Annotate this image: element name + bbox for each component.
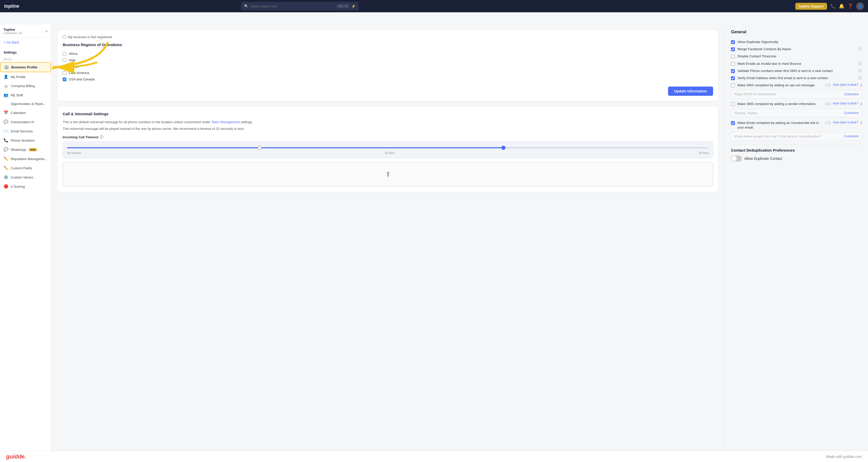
slider-thumb-start[interactable] xyxy=(257,146,262,150)
update-information-button[interactable]: Update Information xyxy=(668,87,713,96)
business-registration-card: My business is Not registered Business R… xyxy=(57,30,718,101)
mark-email-info-icon: ⓘ xyxy=(859,61,862,66)
app-logo: topline xyxy=(4,4,19,9)
team-management-link[interactable]: Team Management xyxy=(211,120,240,124)
sms-optout-label: Make SMS compliant by adding an opt out … xyxy=(737,83,823,88)
top-nav: topline 🔍 Ctrl + K ⚡ topline Support 📞 🔔… xyxy=(0,0,868,12)
sidebar-item-calendars[interactable]: 📅 Calendars xyxy=(0,108,51,117)
footer-text: Made with guidde.com xyxy=(826,455,862,459)
email-unsub-close-paren: ) xyxy=(861,121,862,124)
sidebar-item-whatsapp[interactable]: 💬 WhatsApp beta xyxy=(0,145,51,154)
email-unsub-customize[interactable]: Customize xyxy=(844,134,859,138)
phone-icon[interactable]: 📞 xyxy=(830,3,836,9)
sms-optout-how-link[interactable]: How does it work? xyxy=(833,83,858,87)
region-usa-canada-checkbox[interactable] xyxy=(63,78,66,81)
sidebar-label-my-staff: My Staff xyxy=(11,93,23,97)
region-europe: Europe xyxy=(63,63,713,70)
go-back-link[interactable]: < Go Back xyxy=(0,38,51,47)
search-bar[interactable]: 🔍 Ctrl + K ⚡ xyxy=(241,2,359,10)
help-icon[interactable]: ❓ xyxy=(847,3,853,9)
slider-label-no-timeout: No timeout xyxy=(67,151,81,154)
sidebar-item-custom-values[interactable]: ⚙️ Custom Values xyxy=(0,173,51,182)
support-button[interactable]: topline Support xyxy=(795,3,827,10)
slider-labels: No timeout 10 Secs 20 Secs xyxy=(67,151,709,154)
search-input[interactable] xyxy=(250,4,335,8)
sms-sender-close-paren: ) xyxy=(861,102,862,105)
settings-title: Settings xyxy=(0,47,51,56)
sms-optout-info-icon: ( ⓘ xyxy=(825,83,831,88)
slider-thumb-end[interactable] xyxy=(501,146,505,150)
sidebar-item-my-staff[interactable]: 👥 My Staff xyxy=(0,90,51,100)
upload-area[interactable]: ⬆ xyxy=(63,162,713,187)
sidebar-item-phone-numbers[interactable]: 📞 Phone Numbers xyxy=(0,136,51,145)
workspace-selector[interactable]: Topline Charleston, SC ▾ xyxy=(0,25,51,38)
whatsapp-icon: 💬 xyxy=(4,147,8,152)
sidebar-item-email-services[interactable]: ✉️ Email Services xyxy=(0,126,51,136)
allow-duplicate-toggle[interactable] xyxy=(731,155,742,162)
slider-track-wrapper[interactable] xyxy=(67,145,709,150)
fields-icon: ✏️ xyxy=(4,166,8,170)
validate-phone-info-icon: ⓘ xyxy=(859,69,862,73)
slider-label-10-secs: 10 Secs xyxy=(384,151,395,154)
sms-optout-input: Reply STOP to Unsubscribe Customize xyxy=(731,90,862,98)
sms-optout-customize[interactable]: Customize xyxy=(844,92,859,96)
sms-sender-info-icon: ( ⓘ xyxy=(825,102,831,106)
mark-email-checkbox[interactable] xyxy=(731,62,735,66)
topnav-right: topline Support 📞 🔔 ❓ 👤 xyxy=(795,2,864,10)
dup-opp-checkbox[interactable] xyxy=(731,40,735,44)
general-item-verify-email: Verify Email Address when first email is… xyxy=(731,74,862,82)
workspace-name: Topline xyxy=(4,28,23,31)
merge-fb-label: Merge Facebook Contacts By Name xyxy=(737,47,856,52)
sidebar-label-business-profile: Business Profile xyxy=(11,65,37,69)
main-content: My business is Not registered Business R… xyxy=(51,25,868,451)
sidebar-item-company-billing[interactable]: 🗂 Company Billing xyxy=(0,82,51,90)
staff-icon: 👥 xyxy=(4,93,8,97)
timezone-label: Disable Contact Timezone xyxy=(737,54,862,59)
sidebar-item-reputation[interactable]: ✏️ Reputation Manageme... xyxy=(0,154,51,163)
sidebar-label-email-services: Email Services xyxy=(11,129,33,133)
footer: guidde. Made with guidde.com xyxy=(0,451,868,462)
verify-email-checkbox[interactable] xyxy=(731,76,735,80)
email-icon: ✉️ xyxy=(4,129,8,133)
sidebar-item-conversation-ai[interactable]: 💬 Conversation AI xyxy=(0,117,51,126)
region-latin-america-checkbox[interactable] xyxy=(63,71,66,75)
sidebar-item-custom-fields[interactable]: ✏️ Custom Fields xyxy=(0,163,51,173)
sidebar-label-phone-numbers: Phone Numbers xyxy=(11,138,35,143)
region-asia-checkbox[interactable] xyxy=(63,58,66,62)
billing-icon: 🗂 xyxy=(4,84,8,88)
sms-optout-checkbox[interactable] xyxy=(731,84,735,87)
region-europe-checkbox[interactable] xyxy=(63,65,66,68)
validate-phone-checkbox[interactable] xyxy=(731,69,735,73)
avatar[interactable]: 👤 xyxy=(856,2,864,10)
upload-icon: ⬆ xyxy=(385,170,391,179)
verify-email-info-icon: ⓘ xyxy=(859,76,862,81)
sms-sender-customize[interactable]: Customize xyxy=(844,111,859,115)
calendar-icon: 📅 xyxy=(4,111,8,115)
bell-icon[interactable]: 🔔 xyxy=(839,3,844,9)
not-registered-checkbox[interactable] xyxy=(63,35,66,39)
sms-sender-input: Thanks, Topline Customize xyxy=(731,109,862,117)
email-unsub-label: Make Email compliant by adding an Unsubs… xyxy=(737,121,823,130)
sidebar-item-scoring[interactable]: 🔴 e Scoring xyxy=(0,182,51,191)
region-africa-checkbox[interactable] xyxy=(63,52,66,56)
not-registered-label: My business is Not registered xyxy=(68,35,112,39)
sms-optout-placeholder: Reply STOP to Unsubscribe xyxy=(734,92,842,96)
merge-fb-checkbox[interactable] xyxy=(731,48,735,51)
email-unsub-checkbox[interactable] xyxy=(731,121,735,125)
apps-group-label: Apps xyxy=(0,56,51,62)
sidebar-item-my-profile[interactable]: 👤 My Profile xyxy=(0,72,51,82)
allow-duplicate-label: Allow Duplicate Contact xyxy=(744,156,782,161)
region-asia-label: Asia xyxy=(69,58,75,62)
sidebar-item-business-profile[interactable]: 🏢 Business Profile xyxy=(0,62,51,72)
region-asia: Asia xyxy=(63,57,713,63)
thunder-icon: ⚡ xyxy=(351,4,355,8)
email-unsub-how-link[interactable]: How does it work? xyxy=(833,121,858,124)
allow-duplicate-toggle-row: Allow Duplicate Contact xyxy=(731,155,862,162)
merge-fb-info-icon: ⓘ xyxy=(859,47,862,52)
timeout-slider-container: No timeout 10 Secs 20 Secs xyxy=(63,142,713,158)
sms-sender-checkbox[interactable] xyxy=(731,102,735,106)
timezone-checkbox[interactable] xyxy=(731,55,735,58)
dedup-title: Contact Deduplication Preferences xyxy=(731,148,862,152)
sidebar-item-opportunities[interactable]: Opportunities & Pipeli... xyxy=(0,100,51,108)
sms-sender-how-link[interactable]: How does it work? xyxy=(833,102,858,105)
